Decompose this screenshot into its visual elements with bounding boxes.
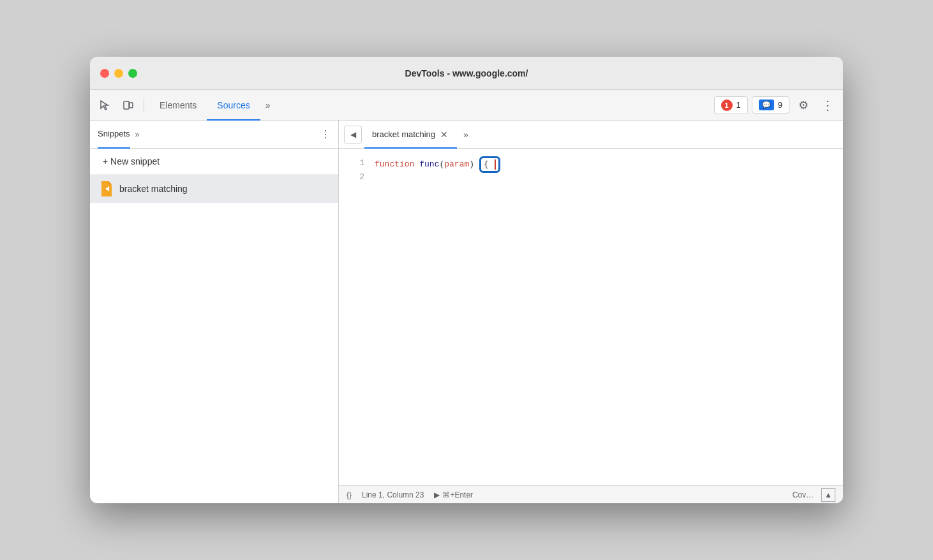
code-line-2 xyxy=(375,173,838,187)
devtools-window: DevTools - www.google.com/ Elements Sour… xyxy=(90,57,843,503)
traffic-lights xyxy=(100,69,137,78)
editor-tab-name: bracket matching xyxy=(372,129,435,139)
code-line-1: function func ( param ) { xyxy=(375,156,838,173)
cursor-position[interactable]: Line 1, Column 23 xyxy=(362,490,424,499)
error-count-button[interactable]: 1 1 xyxy=(714,96,748,114)
devtools-content: Snippets » ⋮ + New snippet bracket match… xyxy=(90,121,843,503)
toolbar-right: 1 1 💬 9 ⚙ ⋮ xyxy=(714,95,838,115)
run-shortcut: ⌘+Enter xyxy=(442,490,473,499)
bracket-highlight-box: { xyxy=(479,156,500,173)
run-icon: ▶ xyxy=(434,490,440,499)
tab-elements[interactable]: Elements xyxy=(149,90,207,121)
close-button[interactable] xyxy=(100,69,109,78)
editor-tab-bracket-matching[interactable]: bracket matching ✕ xyxy=(364,121,457,149)
error-badge: 1 xyxy=(721,99,733,111)
new-snippet-button[interactable]: + New snippet xyxy=(90,149,338,175)
settings-button[interactable]: ⚙ xyxy=(793,95,814,115)
layers-icon: ▲ xyxy=(825,490,832,499)
devtools-toolbar: Elements Sources » 1 1 💬 9 ⚙ ⋮ xyxy=(90,90,843,121)
coverage-button[interactable]: Cov… xyxy=(793,490,814,499)
more-tabs-button[interactable]: » xyxy=(260,95,276,115)
new-snippet-label: + New snippet xyxy=(103,156,160,166)
editor-tabs: ◀ bracket matching ✕ » xyxy=(339,121,843,149)
close-paren: ) xyxy=(469,158,474,172)
cursor-icon xyxy=(100,99,111,111)
status-bar: {} Line 1, Column 23 ▶ ⌘+Enter Cov… ▲ xyxy=(339,485,843,503)
tab-close-button[interactable]: ✕ xyxy=(439,129,449,140)
snippet-name: bracket matching xyxy=(119,184,188,194)
toolbar-tabs: Elements Sources » xyxy=(149,90,712,121)
format-button[interactable]: {} xyxy=(347,490,352,499)
tab-sources[interactable]: Sources xyxy=(207,90,260,121)
device-toolbar-button[interactable] xyxy=(118,95,138,115)
cursor-position-label: Line 1, Column 23 xyxy=(362,490,424,499)
panel-header: Snippets » ⋮ xyxy=(90,121,338,149)
inspect-tool-button[interactable] xyxy=(95,95,116,115)
panel-chevron[interactable]: » xyxy=(135,130,140,139)
maximize-button[interactable] xyxy=(128,69,137,78)
window-title: DevTools - www.google.com/ xyxy=(405,68,528,78)
param-name: param xyxy=(444,158,469,172)
func-name: func xyxy=(419,158,439,172)
toolbar-divider xyxy=(144,98,144,113)
text-cursor xyxy=(495,159,496,170)
collapse-sidebar-button[interactable]: ◀ xyxy=(344,126,362,144)
message-icon: 💬 xyxy=(759,99,774,110)
device-icon xyxy=(123,99,134,111)
svg-rect-1 xyxy=(130,103,133,108)
layers-button[interactable]: ▲ xyxy=(821,488,835,502)
more-options-button[interactable]: ⋮ xyxy=(817,95,838,115)
minimize-button[interactable] xyxy=(114,69,123,78)
panel-more-button[interactable]: ⋮ xyxy=(320,129,331,140)
open-brace: { xyxy=(484,159,489,169)
coverage-label: Cov… xyxy=(793,490,814,499)
editor-tabs-more-button[interactable]: » xyxy=(459,129,472,140)
open-paren: ( xyxy=(439,158,444,172)
keyword-function: function xyxy=(375,158,414,172)
run-button[interactable]: ▶ ⌘+Enter xyxy=(434,490,473,499)
snippet-file-icon xyxy=(100,181,113,196)
titlebar: DevTools - www.google.com/ xyxy=(90,57,843,90)
message-count-button[interactable]: 💬 9 xyxy=(752,96,789,114)
snippet-item[interactable]: bracket matching xyxy=(90,175,338,203)
left-panel: Snippets » ⋮ + New snippet bracket match… xyxy=(90,121,339,503)
status-right: Cov… ▲ xyxy=(793,488,835,502)
code-editor[interactable]: 1 2 function func ( param ) { xyxy=(339,149,843,485)
code-content[interactable]: function func ( param ) { xyxy=(369,149,843,485)
right-panel: ◀ bracket matching ✕ » 1 2 function xyxy=(339,121,843,503)
panel-title: Snippets xyxy=(98,129,130,140)
svg-rect-0 xyxy=(124,101,129,109)
collapse-icon: ◀ xyxy=(350,130,356,139)
format-icon: {} xyxy=(347,490,352,499)
line-numbers: 1 2 xyxy=(339,149,369,485)
